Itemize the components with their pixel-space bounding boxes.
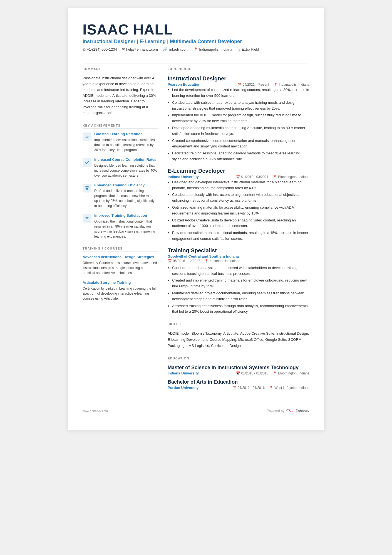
pin-icon: 📍 [274, 83, 278, 87]
bullet-item: Implemented the ADDIE model for program … [172, 112, 309, 124]
job-bullets: Designed and developed interactive instr… [172, 179, 309, 242]
bullet-item: Optimized learning materials for accessi… [172, 205, 309, 216]
header: ISAAC HALL Instructional Designer | E-Le… [83, 22, 309, 63]
calendar-icon: 📅 [237, 83, 242, 87]
training-section-title: TRAINING / COURSES [83, 247, 158, 251]
edu-location: 📍 West Lafayette, Indiana [269, 386, 309, 390]
achievements-section: KEY ACHIEVEMENTS Boosted Learning Retent… [83, 124, 158, 239]
bullet-item: Created comprehensive course documentati… [172, 138, 309, 150]
bullet-item: Designed and developed interactive instr… [172, 179, 309, 191]
bullet-item: Created and implemented training materia… [172, 278, 309, 289]
calendar-icon: 📅 [236, 175, 240, 179]
achievement-title: Increased Course Completion Rates [94, 157, 158, 162]
course-item: Articulate Storyline Training Certificat… [83, 280, 158, 301]
calendar-icon: 📅 [236, 371, 240, 375]
pin-icon: 📍 [269, 386, 273, 390]
job-company: Pearson Education [168, 82, 200, 87]
job-bullets: Led the development of customized e-lear… [172, 87, 309, 162]
phone-icon: ✆ [83, 47, 86, 51]
pin-icon: 📍 [204, 259, 209, 263]
edu-degree: Bachelor of Arts in Education [168, 379, 309, 385]
pin-icon: 📍 [273, 175, 277, 179]
job-company: Goodwill of Central and Southern Indiana [168, 254, 239, 258]
achievement-desc: Drafted and delivered onboarding program… [94, 188, 158, 208]
job-location: 📍 Bloomington, Indiana [273, 175, 309, 179]
bullet-item: Maintained detailed project documentatio… [172, 290, 309, 302]
job-company: Indiana University [168, 175, 199, 179]
job-date: 📅 04/2021 - Present [237, 83, 269, 87]
achievement-icon-box [83, 132, 91, 141]
star-icon [85, 216, 89, 221]
bullet-item: Collaborated closely with instructors to… [172, 192, 309, 204]
achievement-item: Increased Course Completion Rates Design… [83, 157, 158, 178]
candidate-title: Instructional Designer | E-Learning | Mu… [83, 39, 309, 45]
edu-date: 📅 01/2012 - 01/2016 [232, 386, 265, 390]
email-icon: ✉ [122, 47, 125, 51]
job-title: Instructional Designer [168, 75, 309, 82]
bullet-item: Collaborated with subject matter experts… [172, 100, 309, 112]
contact-email: ✉ help@enhancv.com [122, 47, 158, 51]
achievement-desc: Implemented new instructional strategies… [94, 137, 158, 152]
edu-location: 📍 Bloomington, Indiana [273, 371, 309, 375]
course-desc: Certification by LinkedIn Learning cover… [83, 286, 158, 301]
summary-section-title: SUMMARY [83, 67, 158, 72]
achievement-icon-box [83, 214, 91, 223]
footer-brand: Powered by Enhancv [267, 409, 309, 413]
education-section: EDUCATION Master of Science in Instructi… [168, 357, 309, 390]
course-title: Advanced Instructional Design Strategies [83, 255, 158, 260]
achievement-desc: Designed blended learning solutions that… [94, 163, 158, 178]
contact-phone: ✆ +1-(234)-555-1234 [83, 47, 117, 51]
bullet-item: Facilitated training sessions, adapting … [172, 151, 309, 162]
course-desc: Offered by Coursera, this course covers … [83, 260, 158, 275]
calendar-icon: 📅 [168, 259, 172, 263]
achievement-item: Improved Training Satisfaction Optimized… [83, 213, 158, 239]
job-location: 📍 Indianapolis, Indiana [274, 83, 309, 87]
job-date: 📅 01/2018 - 03/2021 [236, 175, 268, 179]
achievement-desc: Optimized the instructional content that… [94, 219, 158, 239]
summary-text: Passionate instructional designer with o… [83, 75, 158, 116]
experience-section: EXPERIENCE Instructional Designer Pearso… [168, 67, 309, 315]
contact-location: 📍 Indianapolis, Indiana [193, 47, 232, 51]
bullet-item: Developed engaging multimedia content us… [172, 125, 309, 137]
achievement-title: Improved Training Satisfaction [94, 213, 158, 218]
contact-row: ✆ +1-(234)-555-1234 ✉ help@enhancv.com 🔗… [83, 47, 309, 55]
education-item: Bachelor of Arts in Education Purdue Uni… [168, 379, 309, 390]
powered-by-label: Powered by [267, 409, 284, 413]
calendar-icon: 📅 [232, 386, 237, 390]
skills-section: SKILLS ADDIE model, Bloom's Taxonomy, Ar… [168, 322, 309, 349]
job-title: E-Learning Developer [168, 168, 309, 174]
pin-icon: 📍 [273, 371, 277, 375]
skills-text: ADDIE model, Bloom's Taxonomy, Articulat… [168, 330, 309, 349]
course-title: Articulate Storyline Training [83, 280, 158, 285]
achievement-item: Boosted Learning Retention Implemented n… [83, 132, 158, 152]
achievement-icon-box [83, 158, 91, 167]
right-column: EXPERIENCE Instructional Designer Pearso… [168, 67, 309, 398]
job-date: 📅 06/2016 - 12/2017 [168, 259, 200, 263]
check-icon [85, 160, 89, 165]
education-item: Master of Science in Instructional Syste… [168, 365, 309, 375]
course-item: Advanced Instructional Design Strategies… [83, 255, 158, 275]
experience-section-title: EXPERIENCE [168, 67, 309, 72]
achievement-title: Boosted Learning Retention [94, 132, 158, 137]
resume-page: ISAAC HALL Instructional Designer | E-Le… [68, 8, 324, 430]
achievement-icon-box [83, 184, 91, 193]
job-item: Instructional Designer Pearson Education… [168, 75, 309, 162]
location-icon: 📍 [193, 47, 198, 51]
job-title: Training Specialist [168, 247, 309, 254]
brand-name: Enhancv [296, 409, 309, 413]
achievements-section-title: KEY ACHIEVEMENTS [83, 124, 158, 129]
achievement-item: Enhanced Training Efficiency Drafted and… [83, 183, 158, 209]
bullet-item: Provided consultation on instructional m… [172, 230, 309, 242]
contact-linkedin: 🔗 linkedin.com [163, 47, 188, 51]
edu-school: Indiana University [168, 371, 199, 375]
bullet-item: Led the development of customized e-lear… [172, 87, 309, 99]
bullet-item: Assessed training effectiveness through … [172, 303, 309, 315]
check-icon [85, 135, 89, 139]
summary-section: SUMMARY Passionate instructional designe… [83, 67, 158, 116]
footer: www.enhancv.com Powered by Enhancv [83, 409, 309, 413]
edu-degree: Master of Science in Instructional Syste… [168, 365, 309, 371]
bullet-item: Utilized Adobe Creative Suite to develop… [172, 218, 309, 229]
left-column: SUMMARY Passionate instructional designe… [83, 67, 158, 398]
achievement-title: Enhanced Training Efficiency [94, 183, 158, 188]
education-section-title: EDUCATION [168, 357, 309, 361]
